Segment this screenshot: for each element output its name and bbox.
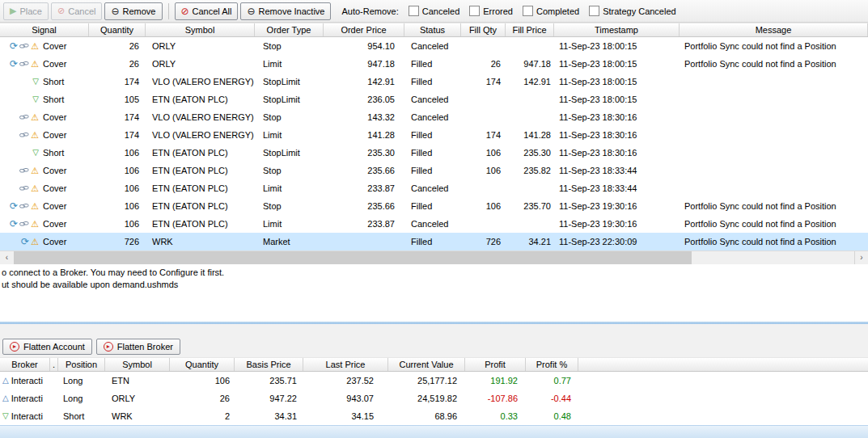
checkbox-errored-box [469, 6, 480, 16]
scroll-left-arrow[interactable]: ‹ [0, 251, 14, 264]
checkbox-errored[interactable]: Errored [469, 6, 513, 16]
basis-price-cell: 34.31 [235, 407, 303, 425]
signal-label: Cover [39, 197, 66, 215]
fill-price-cell [506, 215, 554, 233]
remove-button[interactable]: ⊖ Remove [104, 2, 162, 20]
symbol-cell: VLO (VALERO ENERGY) [146, 126, 255, 144]
status-cell: Filled [404, 73, 461, 91]
position-cell: Long [58, 390, 105, 407]
signal-icons: ⟳⚠ [0, 201, 39, 211]
column-header-position[interactable]: Position [58, 358, 105, 371]
quantity-cell: 106 [170, 372, 235, 390]
flatten-account-button[interactable]: ▸ Flatten Account [2, 339, 92, 355]
column-header-message[interactable]: Message [680, 23, 868, 36]
signal-icons: ⚠ [0, 166, 39, 175]
message-cell: Portfolio Sync could not find a Position [680, 197, 868, 215]
signal-label: Cover [39, 126, 66, 144]
column-header-signal[interactable]: Signal [0, 23, 89, 36]
signal-cell: ⟳⚠Cover [0, 55, 89, 73]
checkbox-strategy-canceled-box [589, 6, 599, 16]
link-icon [19, 42, 29, 50]
remove-inactive-button-label: Remove Inactive [259, 6, 325, 16]
scroll-right-arrow[interactable]: › [854, 251, 868, 264]
sync-icon: ⟳ [10, 201, 18, 211]
order-row[interactable]: ⟳⚠Cover726WRKMarketFilled72634.2111-Sep-… [0, 233, 868, 251]
order-row[interactable]: ⟳⚠Cover106ETN (EATON PLC)Limit233.87Canc… [0, 215, 868, 233]
position-row[interactable]: △InteractiLongETN106235.71237.5225,177.1… [0, 372, 868, 390]
column-header-symbol[interactable]: Symbol [146, 23, 255, 36]
checkbox-completed-box [523, 6, 533, 16]
quantity-cell: 174 [89, 108, 146, 126]
order-row[interactable]: ⚠Cover106ETN (EATON PLC)Limit233.87Cance… [0, 179, 868, 197]
position-cell: Short [58, 407, 105, 425]
order-row[interactable]: ▽Short106ETN (EATON PLC)StopLimit235.30F… [0, 144, 868, 162]
long-icon: △ [2, 394, 9, 402]
link-icon [19, 220, 29, 228]
column-header-fill-qty[interactable]: Fill Qty [461, 23, 506, 36]
column-header-current-value[interactable]: Current Value [388, 358, 465, 371]
column-header-broker[interactable]: Broker [0, 358, 50, 371]
timestamp-cell: 11-Sep-23 19:30:16 [554, 197, 680, 215]
order-row[interactable]: ⟳⚠Cover106ETN (EATON PLC)Stop235.66Fille… [0, 197, 868, 215]
order-row[interactable]: ⚠Cover106ETN (EATON PLC)Stop235.66Filled… [0, 162, 868, 179]
scrollbar-thumb[interactable] [14, 251, 692, 264]
quantity-cell: 26 [89, 55, 146, 73]
cancel-all-icon: ⊘ [181, 6, 189, 16]
warning-icon: ⚠ [31, 42, 39, 51]
column-header-symbol[interactable]: Symbol [105, 358, 170, 371]
checkbox-completed[interactable]: Completed [523, 6, 579, 16]
checkbox-strategy-canceled[interactable]: Strategy Canceled [589, 6, 676, 16]
fill-price-cell: 141.28 [506, 126, 554, 144]
fill-price-cell [506, 91, 554, 108]
cancel-all-button[interactable]: ⊘ Cancel All [175, 2, 239, 20]
remove-button-label: Remove [123, 6, 156, 16]
flatten-broker-button[interactable]: ▸ Flatten Broker [96, 339, 180, 355]
column-header-dot[interactable]: . [50, 358, 58, 371]
fill-qty-cell: 106 [461, 144, 506, 162]
order-type-cell: Limit [255, 179, 324, 197]
signal-icons: ⚠ [0, 184, 39, 193]
symbol-cell: ETN (EATON PLC) [146, 215, 255, 233]
column-header-last-price[interactable]: Last Price [303, 358, 388, 371]
order-row[interactable]: ⚠Cover174VLO (VALERO ENERGY)Limit141.28F… [0, 126, 868, 144]
column-header-filler [578, 358, 868, 371]
position-row[interactable]: ▽InteractiShortWRK234.3134.1568.960.330.… [0, 407, 868, 425]
short-icon: ▽ [2, 412, 9, 420]
signal-icons: ⟳⚠ [0, 59, 39, 69]
order-row[interactable]: ▽Short105ETN (EATON PLC)StopLimit236.05C… [0, 91, 868, 108]
timestamp-cell: 11-Sep-23 18:00:15 [554, 37, 680, 55]
column-header-status[interactable]: Status [404, 23, 461, 36]
remove-inactive-button[interactable]: ⊖ Remove Inactive [240, 2, 331, 20]
filler-cell [578, 372, 868, 390]
column-header-profit-pct[interactable]: Profit % [526, 358, 578, 371]
order-row[interactable]: ▽Short174VLO (VALERO ENERGY)StopLimit142… [0, 73, 868, 91]
order-type-cell: Limit [255, 55, 324, 73]
column-header-quantity[interactable]: Quantity [170, 358, 235, 371]
column-header-basis-price[interactable]: Basis Price [235, 358, 303, 371]
panel-gap [0, 293, 868, 322]
column-header-quantity[interactable]: Quantity [89, 23, 146, 36]
place-button[interactable]: ▶ Place [3, 2, 49, 20]
order-row[interactable]: ⚠Cover174VLO (VALERO ENERGY)Stop143.32Ca… [0, 108, 868, 126]
signal-cell: ⚠Cover [0, 162, 89, 179]
cancel-button[interactable]: ⊘ Cancel [51, 2, 102, 20]
column-header-order-type[interactable]: Order Type [255, 23, 324, 36]
short-icon: ▽ [32, 149, 39, 157]
checkbox-canceled-label: Canceled [422, 6, 459, 16]
place-button-label: Place [19, 6, 42, 16]
column-header-timestamp[interactable]: Timestamp [554, 23, 680, 36]
checkbox-canceled[interactable]: Canceled [409, 6, 459, 16]
signal-label: Cover [39, 37, 66, 55]
column-header-fill-price[interactable]: Fill Price [506, 23, 554, 36]
order-row[interactable]: ⟳⚠Cover26ORLYLimit947.18Filled26947.1811… [0, 55, 868, 73]
column-header-profit[interactable]: Profit [465, 358, 526, 371]
column-header-order-price[interactable]: Order Price [324, 23, 404, 36]
timestamp-cell: 11-Sep-23 18:33:44 [554, 162, 680, 179]
order-row[interactable]: ⟳⚠Cover26ORLYStop954.10Canceled11-Sep-23… [0, 37, 868, 55]
fill-price-cell: 947.18 [506, 55, 554, 73]
signal-cell: ▽Short [0, 91, 89, 108]
cancel-all-button-label: Cancel All [193, 6, 232, 16]
scrollbar-track[interactable] [692, 251, 854, 264]
status-line-2: ut should be available upon demand.ushmd… [2, 279, 868, 291]
position-row[interactable]: △InteractiLongORLY26947.22943.0724,519.8… [0, 390, 868, 407]
